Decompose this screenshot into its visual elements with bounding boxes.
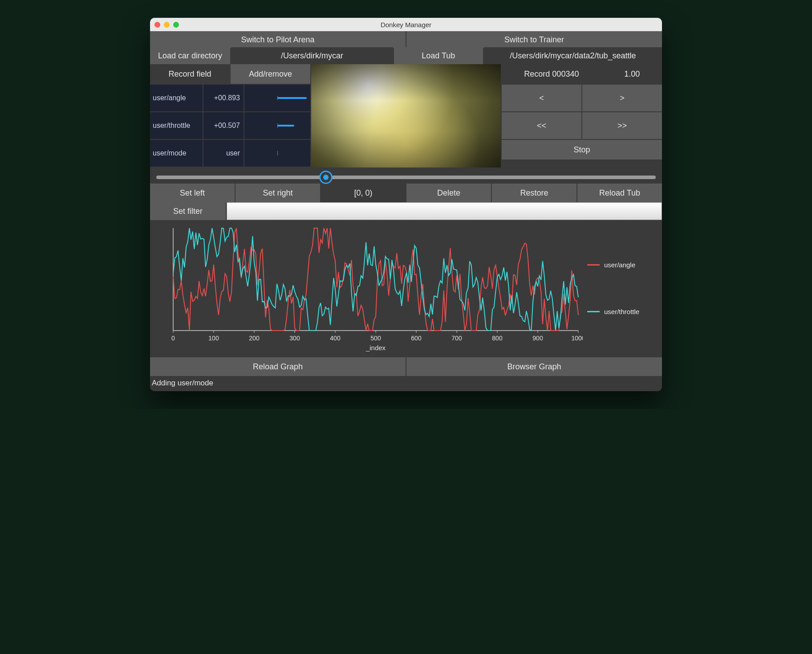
field-row-user-mode: user/mode user [150, 140, 310, 167]
app-window: Donkey Manager Switch to Pilot Arena Swi… [150, 18, 662, 391]
set-right-button[interactable]: Set right [235, 184, 320, 202]
window-title: Donkey Manager [150, 21, 662, 29]
paths-row: Load car directory /Users/dirk/mycar Loa… [150, 47, 662, 64]
svg-text:100: 100 [208, 335, 219, 342]
svg-text:0: 0 [171, 335, 175, 342]
legend-label: user/throttle [604, 308, 639, 315]
fast-next-button[interactable]: >> [582, 112, 662, 139]
browser-graph-button[interactable]: Browser Graph [406, 357, 662, 376]
slider-thumb-icon[interactable] [319, 171, 333, 184]
fast-prev-button[interactable]: << [502, 112, 581, 139]
window-controls [154, 22, 179, 28]
timeline-slider-wrap [150, 168, 662, 184]
fields-column: Record field Add/remove user/angle +00.8… [150, 64, 310, 168]
svg-text:500: 500 [370, 335, 381, 342]
field-name: user/mode [150, 140, 203, 167]
reload-graph-button[interactable]: Reload Graph [150, 357, 406, 376]
legend-label: user/angle [604, 261, 635, 269]
camera-preview [311, 64, 501, 168]
svg-text:200: 200 [249, 335, 260, 342]
field-bar [244, 85, 310, 111]
timeline-slider[interactable] [156, 172, 656, 181]
add-remove-field-button[interactable]: Add/remove [231, 64, 310, 84]
svg-text:700: 700 [451, 335, 462, 342]
next-frame-button[interactable]: > [582, 85, 662, 111]
legend-item-user-throttle: user/throttle [587, 308, 654, 315]
svg-text:1000: 1000 [571, 335, 583, 342]
field-name: user/throttle [150, 112, 203, 139]
chart-legend: user/angle user/throttle [587, 224, 654, 353]
playback-controls: Record 000340 1.00 < > << >> Stop [502, 64, 662, 168]
chart-panel: 01002003004005006007008009001000_index u… [150, 220, 662, 357]
svg-text:300: 300 [289, 335, 300, 342]
svg-text:_index: _index [365, 344, 386, 352]
set-filter-button[interactable]: Set filter [150, 202, 226, 220]
field-value: +00.507 [203, 112, 244, 139]
car-directory-path: /Users/dirk/mycar [231, 47, 393, 64]
filter-input[interactable] [227, 202, 662, 220]
stop-button[interactable]: Stop [502, 140, 662, 159]
load-tub-button[interactable]: Load Tub [394, 47, 483, 64]
mode-switch-row: Switch to Pilot Arena Switch to Trainer [150, 31, 662, 47]
field-name: user/angle [150, 85, 203, 111]
switch-trainer-button[interactable]: Switch to Trainer [406, 31, 662, 48]
field-bar [244, 112, 310, 139]
field-row-user-angle: user/angle +00.893 [150, 85, 310, 111]
load-car-directory-button[interactable]: Load car directory [150, 47, 230, 64]
graph-buttons-row: Reload Graph Browser Graph [150, 357, 662, 376]
legend-item-user-angle: user/angle [587, 261, 654, 269]
field-row-user-throttle: user/throttle +00.507 [150, 112, 310, 139]
tub-directory-path: /Users/dirk/mycar/data2/tub_seattle [484, 47, 662, 64]
switch-pilot-arena-button[interactable]: Switch to Pilot Arena [150, 31, 406, 48]
reload-tub-button[interactable]: Reload Tub [577, 184, 662, 202]
titlebar: Donkey Manager [150, 18, 662, 31]
svg-text:800: 800 [492, 335, 503, 342]
set-left-button[interactable]: Set left [150, 184, 235, 202]
svg-text:900: 900 [532, 335, 543, 342]
record-index-label: Record 000340 [502, 64, 601, 84]
record-panel: Record field Add/remove user/angle +00.8… [150, 64, 662, 168]
close-icon[interactable] [154, 22, 160, 28]
status-bar: Adding user/mode [150, 376, 662, 391]
field-value: user [203, 140, 244, 167]
record-field-label: Record field [150, 64, 230, 84]
field-bar [244, 140, 310, 167]
zoom-icon[interactable] [173, 22, 179, 28]
playback-speed-label: 1.00 [602, 64, 662, 84]
filter-row: Set filter [150, 202, 662, 220]
range-label: [0, 0) [321, 184, 406, 202]
restore-button[interactable]: Restore [492, 184, 577, 202]
svg-text:400: 400 [330, 335, 341, 342]
svg-text:600: 600 [411, 335, 422, 342]
prev-frame-button[interactable]: < [502, 85, 581, 111]
delete-button[interactable]: Delete [406, 184, 491, 202]
field-value: +00.893 [203, 85, 244, 111]
timeseries-chart: 01002003004005006007008009001000_index [155, 224, 583, 353]
range-tools-row: Set left Set right [0, 0) Delete Restore… [150, 184, 662, 202]
minimize-icon[interactable] [164, 22, 170, 28]
